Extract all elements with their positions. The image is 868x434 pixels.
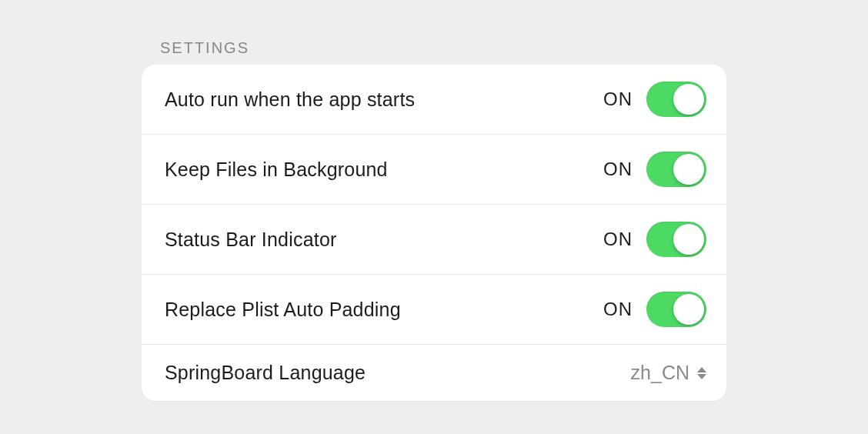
toggle-knob	[673, 154, 704, 185]
setting-row-language[interactable]: SpringBoard Language zh_CN	[142, 345, 726, 401]
setting-right: ON	[603, 292, 706, 327]
setting-right: ON	[603, 82, 706, 117]
toggle-knob	[673, 294, 704, 325]
setting-label: Auto run when the app starts	[165, 88, 415, 111]
toggle-plist-padding[interactable]	[646, 292, 706, 327]
settings-container: SETTINGS Auto run when the app starts ON…	[142, 33, 726, 401]
section-header: SETTINGS	[160, 39, 726, 57]
setting-state-text: ON	[603, 159, 633, 180]
chevron-up-down-icon	[697, 367, 706, 379]
toggle-autorun[interactable]	[646, 82, 706, 117]
language-select[interactable]: zh_CN	[631, 362, 706, 384]
toggle-knob	[673, 84, 704, 115]
toggle-knob	[673, 224, 704, 255]
setting-row-status-bar: Status Bar Indicator ON	[142, 205, 726, 275]
setting-state-text: ON	[603, 299, 633, 320]
setting-state-text: ON	[603, 229, 633, 250]
setting-right: ON	[603, 152, 706, 187]
toggle-status-bar[interactable]	[646, 222, 706, 257]
setting-row-autorun: Auto run when the app starts ON	[142, 65, 726, 135]
setting-label: Status Bar Indicator	[165, 229, 337, 251]
setting-label: Replace Plist Auto Padding	[165, 299, 401, 321]
setting-label: SpringBoard Language	[165, 362, 366, 384]
toggle-keep-files[interactable]	[646, 152, 706, 187]
setting-row-plist-padding: Replace Plist Auto Padding ON	[142, 275, 726, 345]
settings-card: Auto run when the app starts ON Keep Fil…	[142, 65, 726, 401]
setting-label: Keep Files in Background	[165, 159, 388, 181]
setting-right: ON	[603, 222, 706, 257]
setting-state-text: ON	[603, 88, 633, 110]
language-value: zh_CN	[631, 362, 689, 384]
setting-row-keep-files: Keep Files in Background ON	[142, 135, 726, 205]
